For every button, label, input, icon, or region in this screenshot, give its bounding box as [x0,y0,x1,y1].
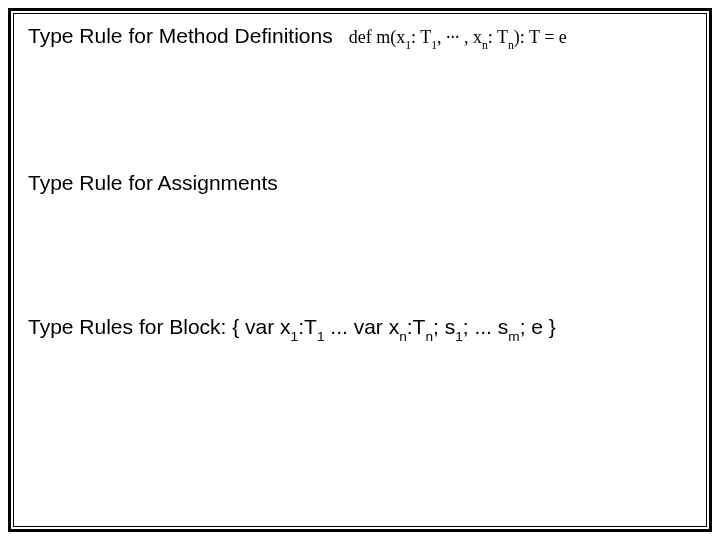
formula-m-open: m(x [372,27,406,47]
formula-close: ): T = e [514,27,567,47]
heading-block: Type Rules for Block: { var x1:T1 ... va… [28,315,692,342]
heading-block-text-1: Type Rules for Block: { var x [28,315,291,338]
block-sub-na: n [399,329,407,344]
heading-block-mid3: :T [407,315,426,338]
block-sub-m: m [508,329,519,344]
heading-assignments: Type Rule for Assignments [28,171,692,195]
block-sub-1b: 1 [317,329,325,344]
outer-frame: Type Rule for Method Definitions def m(x… [8,8,712,532]
block-sub-1a: 1 [291,329,299,344]
heading-block-mid1: :T [298,315,317,338]
heading-block-mid2: ... var x [324,315,399,338]
formula-sub-na: n [482,39,488,52]
method-def-formula: def m(x1: T1, ··· , xn: Tn): T = e [349,27,567,51]
formula-colon-t1: : T [411,27,431,47]
formula-sub-1a: 1 [405,39,411,52]
block-sub-nb: n [425,329,433,344]
formula-comma-dots: , ··· , x [437,27,482,47]
formula-sub-nb: n [508,39,514,52]
formula-sub-1b: 1 [431,39,437,52]
heading-block-mid5: ; ... s [463,315,509,338]
block-sub-1c: 1 [455,329,463,344]
heading-block-mid4: ; s [433,315,455,338]
heading-method-definitions-row: Type Rule for Method Definitions def m(x… [28,24,692,51]
inner-frame: Type Rule for Method Definitions def m(x… [13,13,707,527]
formula-colon-tn: : T [488,27,508,47]
heading-method-definitions: Type Rule for Method Definitions [28,24,333,48]
heading-block-mid6: ; e } [520,315,556,338]
heading-assignments-text: Type Rule for Assignments [28,171,278,194]
formula-def-keyword: def [349,27,372,47]
